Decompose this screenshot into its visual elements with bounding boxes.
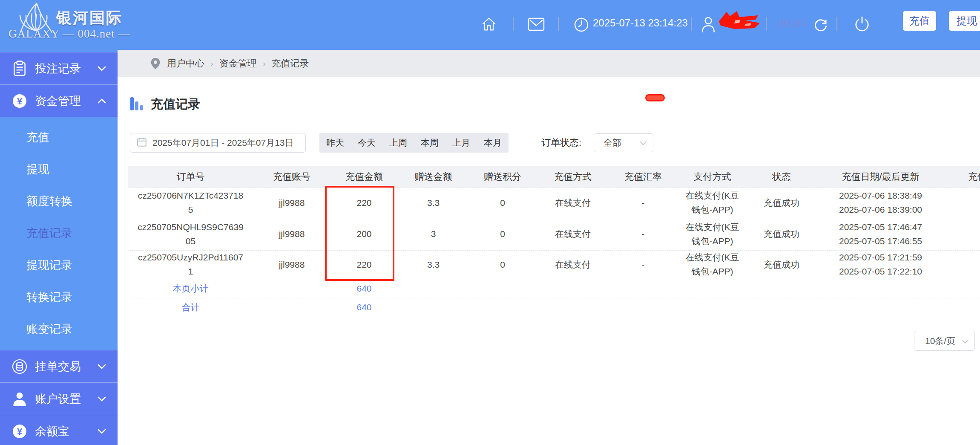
- date-range-value: 2025年07月01日 - 2025年07月13日: [152, 137, 294, 149]
- sidebar-item-yuebao[interactable]: ¥ 余额宝: [0, 415, 118, 445]
- sidebar-item-label: 余额宝: [35, 424, 69, 439]
- payment: 在线支付(K豆 钱包-APP): [677, 220, 747, 248]
- submenu-item-withdraw[interactable]: 提现: [0, 153, 118, 185]
- account: jjl9988: [253, 196, 330, 210]
- yen-coin-icon: ¥: [11, 93, 28, 109]
- col-date: 充值日期/最后更新: [816, 170, 946, 184]
- col-rate: 充值汇率: [609, 170, 677, 184]
- current-datetime: 2025-07-13 23:14:23: [593, 17, 688, 29]
- quick-range-group: 昨天 今天 上周 本周 上月 本月: [319, 133, 509, 153]
- method: 在线支付: [537, 258, 609, 272]
- total-row: 合计 640: [128, 298, 980, 317]
- status: 充值成功: [747, 258, 816, 272]
- breadcrumb-item-funds-management[interactable]: 资金管理: [219, 57, 257, 70]
- method: 在线支付: [537, 196, 609, 210]
- submenu-item-quota-transfer[interactable]: 额度转换: [0, 185, 118, 217]
- status: 充值成功: [747, 196, 816, 210]
- withdraw-button[interactable]: 提现: [949, 11, 980, 31]
- status: 充值成功: [747, 227, 816, 241]
- sidebar-item-label: 投注记录: [35, 61, 81, 76]
- order-status-label: 订单状态:: [541, 133, 581, 153]
- points: 0: [468, 196, 537, 210]
- quick-range-last-month[interactable]: 上月: [445, 133, 477, 153]
- mail-icon[interactable]: [527, 17, 545, 33]
- funds-submenu: 充值 提现 额度转换 充值记录 提现记录 转换记录 账变记录: [0, 117, 118, 350]
- table-row: cz250705NQHL9S9C763905 jjl9988 200 3 0 在…: [128, 218, 980, 250]
- order-no: cz250705UzyRJ2Pd116071: [137, 251, 244, 278]
- order-status-value: 全部: [604, 137, 621, 149]
- coins-icon: [11, 358, 28, 375]
- total-amount: 640: [330, 301, 398, 315]
- submenu-item-deposit-records[interactable]: 充值记录: [0, 217, 118, 249]
- bonus: 3.3: [398, 196, 468, 210]
- method: 在线支付: [537, 227, 609, 241]
- rate: -: [609, 227, 677, 241]
- top-bar: 银河国际 GALAXY — 004.net — 2025-07-13 23:14…: [0, 0, 980, 50]
- submenu-item-withdraw-records[interactable]: 提现记录: [0, 249, 118, 281]
- sidebar-item-label: 账户设置: [35, 391, 81, 407]
- calendar-icon: [137, 137, 147, 149]
- chevron-down-icon: [97, 396, 106, 402]
- submenu-item-transfer-records[interactable]: 转换记录: [0, 281, 118, 313]
- col-points: 赠送积分: [468, 170, 537, 184]
- sidebar-item-pending-orders[interactable]: 挂单交易: [0, 350, 118, 382]
- order-no: cz250705NQHL9S9C763905: [137, 220, 244, 248]
- person-icon: [11, 391, 28, 407]
- sidebar-item-label: 资金管理: [35, 93, 81, 109]
- page-size-select[interactable]: 10条/页: [914, 331, 975, 351]
- breadcrumb-item-user-center[interactable]: 用户中心: [167, 57, 204, 70]
- power-icon[interactable]: [854, 16, 871, 35]
- sidebar-item-betting-records[interactable]: 投注记录: [0, 52, 118, 84]
- red-highlight-box: [325, 186, 394, 281]
- col-payment: 支付方式: [677, 170, 747, 184]
- home-icon[interactable]: [480, 15, 497, 34]
- total-label[interactable]: 合计: [128, 301, 253, 315]
- quick-range-today[interactable]: 今天: [351, 133, 382, 153]
- col-account: 充值账号: [253, 170, 330, 184]
- refresh-icon[interactable]: [813, 16, 829, 34]
- svg-text:¥: ¥: [17, 96, 23, 107]
- submenu-item-deposit[interactable]: 充值: [0, 121, 118, 153]
- main-content: 充值记录 2025年07月01日 - 2025年07月13日 昨天 今天 上周 …: [118, 77, 980, 445]
- separator: [836, 17, 837, 31]
- dates: 2025-07-05 17:46:47 2025-07-05 17:46:55: [816, 220, 946, 248]
- site-logo[interactable]: 银河国际 GALAXY — 004.net —: [6, 1, 125, 49]
- order-status-select[interactable]: 全部: [594, 133, 653, 152]
- col-order-no: 订单号: [128, 170, 253, 184]
- quick-range-yesterday[interactable]: 昨天: [319, 133, 351, 153]
- quick-range-this-month[interactable]: 本月: [477, 133, 509, 153]
- chevron-down-icon: [962, 336, 969, 346]
- rate: -: [609, 196, 677, 210]
- page-size-value: 10条/页: [925, 335, 955, 347]
- col-bonus: 赠送金额: [398, 170, 468, 184]
- yen-coin-icon: ¥: [11, 423, 28, 439]
- sidebar-item-account-settings[interactable]: 账户设置: [0, 382, 118, 415]
- user-icon[interactable]: [701, 15, 716, 35]
- chevron-down-icon: [639, 138, 647, 148]
- chevron-up-icon: [97, 98, 106, 104]
- svg-text:¥: ¥: [17, 426, 23, 437]
- breadcrumb-separator: ›: [210, 59, 213, 69]
- subtotal-label[interactable]: 本页小计: [128, 282, 253, 296]
- submenu-item-account-change-records[interactable]: 账变记录: [0, 313, 118, 345]
- logo-title: 银河国际: [56, 8, 123, 29]
- date-range-input[interactable]: 2025年07月01日 - 2025年07月13日: [130, 133, 306, 153]
- quick-range-last-week[interactable]: 上周: [382, 133, 414, 153]
- col-method: 充值方式: [537, 170, 609, 184]
- sidebar-item-label: 挂单交易: [35, 359, 81, 374]
- subtotal-row: 本页小计 640: [128, 279, 980, 298]
- separator: [513, 17, 514, 31]
- balance-amount: 193.84: [776, 18, 806, 29]
- breadcrumb: 用户中心 › 资金管理 › 充值记录: [118, 50, 980, 77]
- col-amount: 充值金额: [330, 170, 398, 184]
- separator: [558, 17, 559, 31]
- sidebar-item-funds-management[interactable]: ¥ 资金管理: [0, 84, 118, 117]
- col-extra: 充值: [946, 170, 980, 184]
- payment: 在线支付(K豆 钱包-APP): [677, 251, 747, 278]
- deposit-button[interactable]: 充值: [903, 11, 936, 31]
- separator: [766, 17, 767, 31]
- order-no: cz250706N7K1ZTc4237185: [137, 189, 244, 217]
- logo-subtitle: GALAXY — 004.net —: [9, 27, 136, 40]
- clock-icon: [573, 17, 589, 35]
- quick-range-this-week[interactable]: 本周: [414, 133, 445, 153]
